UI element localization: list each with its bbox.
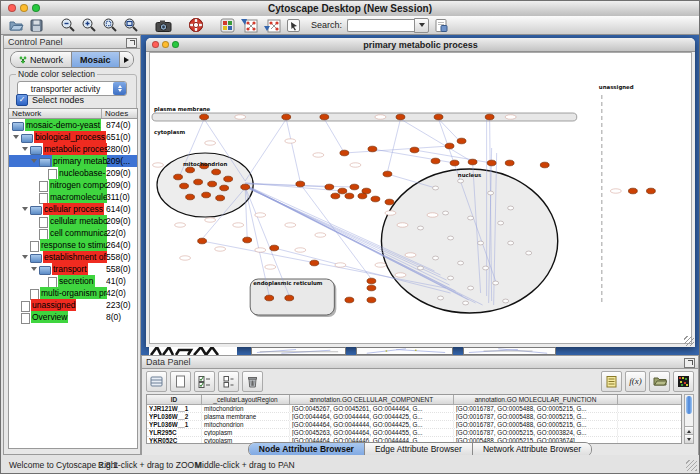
nucleus-node[interactable] bbox=[488, 191, 494, 195]
search-dropdown-button[interactable] bbox=[414, 18, 429, 33]
background-network-thumbnail[interactable] bbox=[251, 347, 346, 355]
nucleus-node[interactable] bbox=[498, 221, 504, 225]
nucleus-node[interactable] bbox=[443, 211, 449, 215]
nucleus-node[interactable] bbox=[493, 281, 499, 285]
window-resize-grip[interactable] bbox=[686, 460, 697, 471]
tree-row[interactable]: response to stimul264(0) bbox=[9, 239, 137, 251]
zoom-fit-icon[interactable] bbox=[123, 17, 139, 33]
expand-arrow-icon[interactable] bbox=[22, 255, 28, 259]
tree-row[interactable]: cellular process614(0) bbox=[9, 203, 137, 215]
select-attributes-icon[interactable] bbox=[194, 371, 215, 392]
tab-mosaic[interactable]: Mosaic bbox=[72, 52, 120, 67]
tree-row[interactable]: establishment of lo558(0) bbox=[9, 251, 137, 263]
network-node[interactable] bbox=[285, 295, 294, 301]
network-node[interactable] bbox=[270, 245, 279, 251]
table-row[interactable]: YPL036W__1mitochondrion[GO:0044464, GO:0… bbox=[147, 421, 681, 429]
network-node[interactable] bbox=[338, 188, 347, 194]
network-node[interactable] bbox=[212, 169, 221, 175]
network-node[interactable] bbox=[445, 143, 454, 149]
network-node[interactable] bbox=[647, 188, 656, 194]
tree-row[interactable]: unassigned223(0) bbox=[9, 299, 137, 311]
network-node[interactable] bbox=[200, 114, 209, 120]
nucleus-node[interactable] bbox=[508, 241, 514, 245]
network-node[interactable] bbox=[368, 146, 377, 152]
table-row[interactable]: YPL036W__2plasma membrane[GO:0044464, GO… bbox=[147, 413, 681, 421]
network-node[interactable] bbox=[383, 171, 392, 177]
column-header-molecular-function[interactable]: annotation.GO MOLECULAR_FUNCTION bbox=[454, 395, 618, 404]
network-node[interactable] bbox=[216, 195, 225, 201]
network-view-titlebar[interactable]: primary metabolic process bbox=[146, 38, 695, 52]
network-node[interactable] bbox=[174, 174, 183, 180]
network-node[interactable] bbox=[202, 192, 211, 198]
network-node[interactable] bbox=[310, 260, 319, 266]
network-node[interactable] bbox=[186, 167, 195, 173]
network-node[interactable] bbox=[241, 184, 250, 190]
network-node[interactable] bbox=[487, 160, 496, 166]
new-attribute-icon[interactable] bbox=[170, 371, 191, 392]
nucleus-node[interactable] bbox=[468, 286, 474, 290]
network-node[interactable] bbox=[431, 158, 440, 164]
tree-row[interactable]: cell communicat22(0) bbox=[9, 227, 137, 239]
nucleus-node[interactable] bbox=[468, 216, 474, 220]
zoom-in-icon[interactable] bbox=[81, 17, 97, 33]
network-node[interactable] bbox=[320, 114, 329, 120]
network-node[interactable] bbox=[367, 278, 376, 284]
unselect-attributes-icon[interactable] bbox=[218, 371, 239, 392]
network-filter-icon[interactable] bbox=[263, 17, 281, 33]
select-nodes-checkbox[interactable]: ✓ bbox=[16, 94, 28, 106]
help-lifering-icon[interactable] bbox=[188, 17, 204, 33]
column-header-id[interactable]: ID bbox=[147, 395, 202, 404]
network-edge[interactable] bbox=[344, 146, 449, 153]
nucleus-node[interactable] bbox=[438, 296, 444, 300]
tab-overflow-button[interactable] bbox=[120, 52, 133, 67]
network-node[interactable] bbox=[385, 199, 394, 205]
tab-network[interactable]: Network bbox=[11, 52, 72, 67]
network-node[interactable] bbox=[410, 147, 419, 153]
scrollbar-thumb[interactable] bbox=[686, 396, 692, 414]
network-node[interactable] bbox=[186, 194, 195, 200]
nucleus-node[interactable] bbox=[417, 266, 423, 270]
network-node[interactable] bbox=[180, 183, 189, 189]
nucleus-node[interactable] bbox=[417, 226, 423, 230]
nucleus-node[interactable] bbox=[526, 251, 532, 255]
expand-arrow-icon[interactable] bbox=[22, 207, 28, 211]
zoom-selected-icon[interactable] bbox=[102, 17, 118, 33]
open-icon[interactable] bbox=[9, 17, 24, 33]
import-attributes-folder-icon[interactable] bbox=[649, 371, 670, 392]
network-node[interactable] bbox=[345, 193, 354, 199]
tree-row[interactable]: macromolecule311(0) bbox=[9, 191, 137, 203]
background-network-thumbnail[interactable] bbox=[463, 347, 556, 355]
nucleus-node[interactable] bbox=[458, 261, 464, 265]
nucleus-node[interactable] bbox=[508, 206, 514, 210]
nucleus-node[interactable] bbox=[448, 236, 454, 240]
network-node[interactable] bbox=[434, 114, 443, 120]
background-network-thumbnail[interactable] bbox=[356, 347, 453, 355]
attribute-matrix-icon[interactable] bbox=[673, 371, 694, 392]
network-node[interactable] bbox=[358, 193, 367, 199]
network-node[interactable] bbox=[367, 285, 376, 291]
annotation-icon[interactable] bbox=[286, 17, 302, 33]
vizmapper-icon[interactable] bbox=[220, 17, 235, 33]
network-node[interactable] bbox=[208, 181, 217, 187]
network-node[interactable] bbox=[340, 150, 349, 156]
expand-arrow-icon[interactable] bbox=[8, 123, 10, 127]
attribute-notes-icon[interactable] bbox=[601, 371, 622, 392]
nucleus-node[interactable] bbox=[458, 179, 464, 183]
expand-arrow-icon[interactable] bbox=[13, 135, 19, 139]
tree-row[interactable]: mosaic-demo-yeast874(0) bbox=[9, 119, 137, 131]
expand-arrow-icon[interactable] bbox=[31, 159, 37, 163]
network-node[interactable] bbox=[243, 237, 252, 243]
network-edge[interactable] bbox=[245, 119, 286, 181]
network-node[interactable] bbox=[265, 295, 274, 301]
network-node[interactable] bbox=[396, 114, 405, 120]
nucleus-node[interactable] bbox=[433, 256, 439, 260]
tree-header-nodes[interactable]: Nodes bbox=[102, 109, 137, 118]
network-node[interactable] bbox=[485, 114, 494, 120]
tree-row[interactable]: nitrogen compo209(0) bbox=[9, 179, 137, 191]
network-edge[interactable] bbox=[387, 119, 400, 172]
network-node[interactable] bbox=[468, 159, 477, 165]
search-settings-icon[interactable] bbox=[434, 17, 449, 33]
tree-row[interactable]: transport558(0) bbox=[9, 263, 137, 275]
tree-row[interactable]: Overview8(0) bbox=[9, 311, 137, 323]
window-resize-grip[interactable] bbox=[684, 336, 694, 346]
